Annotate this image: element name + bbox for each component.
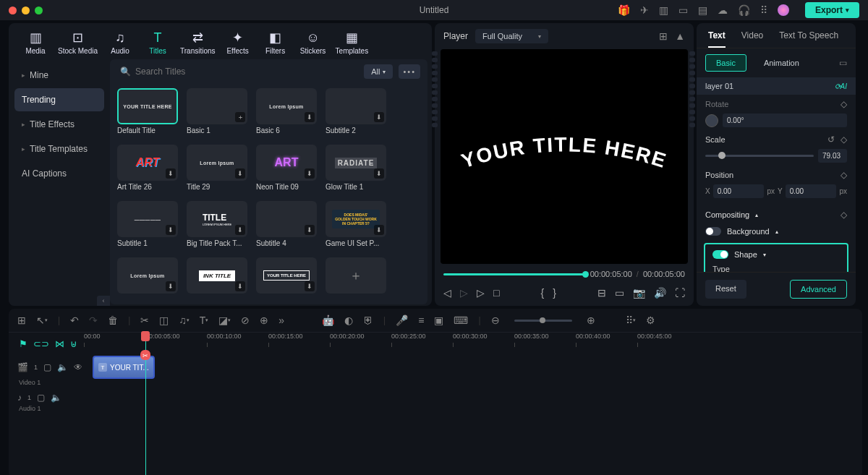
title-tile[interactable]: RADIATE⬇Glow Title 1 (326, 145, 389, 195)
ai-badge[interactable]: ⟳AI (835, 82, 847, 90)
download-icon[interactable]: ⬇ (235, 168, 245, 179)
shield-tool-icon[interactable]: ⛨ (363, 314, 373, 326)
zoom-in-icon[interactable]: ⊕ (587, 314, 595, 326)
rotate-value[interactable]: 0.00° (723, 114, 847, 127)
mixer-tool-icon[interactable]: ≡ (418, 314, 424, 326)
more-button[interactable]: ••• (399, 64, 420, 79)
mic-tool-icon[interactable]: 🎤 (396, 314, 408, 326)
download-icon[interactable]: ⬇ (166, 168, 176, 179)
background-section-header[interactable]: Background▴ (705, 227, 847, 236)
keyboard-tool-icon[interactable]: ⌨ (454, 314, 468, 326)
position-y-value[interactable]: 0.00 (786, 184, 837, 198)
title-tile[interactable]: INK TITLE⬇ (187, 257, 250, 300)
media-tab-effects[interactable]: ✦Effects (220, 29, 256, 56)
cloud-icon[interactable]: ☁ (718, 4, 728, 16)
keyframe-position-icon[interactable]: ◇ (841, 170, 847, 180)
mark-in-icon[interactable]: { (541, 287, 545, 299)
selection-tool-icon[interactable]: ⊞ (17, 314, 26, 326)
property-tab-text-to-speech[interactable]: Text To Speech (779, 30, 838, 48)
ratio-icon[interactable]: ▭ (615, 287, 624, 299)
download-icon[interactable]: ⬇ (374, 112, 384, 122)
audio-mute-icon[interactable]: 🔈 (51, 393, 61, 403)
property-tab-text[interactable]: Text (708, 30, 726, 48)
scale-value[interactable]: 79.03 (818, 149, 847, 163)
visibility-icon[interactable]: 👁 (74, 362, 82, 372)
title-tile[interactable]: ＋Basic 1 (187, 88, 250, 139)
video-track-icon[interactable]: 🎬 (17, 362, 28, 372)
play-backward-icon[interactable]: ▷ (460, 287, 468, 299)
title-tile[interactable]: TITLELOREM IPSUM HERE⬇Big Title Pack T..… (187, 201, 250, 252)
subtab-basic[interactable]: Basic (705, 54, 746, 72)
link-tool-icon[interactable]: ⊘ (241, 314, 250, 326)
marker-link-icon[interactable]: ⊂⊃ (33, 338, 49, 349)
settings-tool-icon[interactable]: ⚙ (646, 314, 655, 326)
volume-icon[interactable]: 🔊 (654, 287, 666, 299)
media-tab-audio[interactable]: ♫Audio (102, 29, 138, 56)
audio-insert-icon[interactable]: ▢ (37, 393, 45, 403)
position-x-value[interactable]: 0.00 (713, 184, 765, 198)
collapse-sidebar-button[interactable]: ‹ (97, 296, 110, 306)
color-tool-icon[interactable]: ◐ (344, 314, 353, 326)
shape-toggle[interactable] (712, 250, 728, 259)
keyframe-scale-icon[interactable]: ◇ (841, 134, 847, 145)
grid-view-icon[interactable]: ⊞ (659, 30, 668, 42)
sidebar-item-title-templates[interactable]: ▸Title Templates (14, 137, 104, 161)
undo-icon[interactable]: ↶ (70, 314, 79, 326)
audio-track-body[interactable] (93, 386, 854, 409)
crop-tool-icon[interactable]: ◫ (159, 314, 169, 326)
advanced-button[interactable]: Advanced (790, 280, 847, 299)
title-tile[interactable]: Lorem Ipsum⬇Basic 6 (256, 88, 320, 139)
download-icon[interactable]: ⬇ (374, 168, 384, 179)
title-tile[interactable]: Lorem Ipsum⬇Title 29 (187, 145, 250, 195)
scale-slider[interactable] (705, 155, 814, 157)
apps-icon[interactable]: ⠿ (760, 4, 767, 16)
prev-frame-icon[interactable]: ◁ (443, 287, 451, 299)
zoom-out-icon[interactable]: ⊖ (491, 314, 500, 326)
search-input[interactable] (135, 67, 265, 77)
add-title-button[interactable]: ＋ (326, 257, 386, 294)
audio-track-icon[interactable]: ♪ (17, 393, 22, 403)
video-track-body[interactable]: TYOUR TIT... (93, 351, 854, 383)
sidebar-item-trending[interactable]: Trending (14, 88, 104, 111)
export-button[interactable]: Export▾ (805, 2, 859, 18)
play-icon[interactable]: ▷ (477, 287, 485, 299)
background-toggle[interactable] (705, 227, 721, 236)
download-icon[interactable]: ⬇ (235, 281, 245, 291)
media-tab-templates[interactable]: ▦Templates (333, 29, 372, 56)
crop-icon[interactable]: ⊟ (597, 287, 606, 299)
sidebar-item-title-effects[interactable]: ▸Title Effects (14, 113, 104, 136)
media-tab-transitions[interactable]: ⇄Transitions (177, 29, 218, 56)
reset-button[interactable]: Reset (705, 280, 746, 299)
snapshot-icon[interactable]: ▲ (675, 30, 685, 42)
zoom-slider[interactable] (514, 320, 572, 322)
add-icon[interactable]: ＋ (235, 112, 245, 122)
stop-icon[interactable]: □ (493, 287, 499, 299)
download-icon[interactable]: ⬇ (374, 225, 384, 235)
text-tool-icon[interactable]: T▾ (200, 314, 209, 326)
media-tab-filters[interactable]: ◧Filters (258, 29, 294, 56)
keyframe-icon[interactable]: ◇ (841, 99, 847, 109)
title-tile[interactable]: ART⬇Neon Title 09 (256, 145, 320, 195)
download-icon[interactable]: ⬇ (305, 281, 315, 291)
camera-icon[interactable]: 📷 (633, 287, 645, 299)
media-tab-stock-media[interactable]: ⊡Stock Media (55, 29, 101, 56)
account-avatar[interactable] (778, 4, 789, 16)
download-icon[interactable]: ⬇ (305, 112, 315, 122)
save-icon[interactable]: ▤ (698, 4, 707, 16)
display-icon[interactable]: ▭ (678, 4, 688, 16)
reset-scale-icon[interactable]: ↺ (827, 134, 835, 145)
redo-icon[interactable]: ↷ (89, 314, 98, 326)
more-tools-icon[interactable]: » (278, 314, 284, 326)
cut-tool-icon[interactable]: ✂ (140, 314, 149, 326)
title-tile[interactable]: YOUR TITLE HERE⬇ (256, 257, 320, 300)
delete-icon[interactable]: 🗑 (108, 314, 118, 326)
media-tab-stickers[interactable]: ☺Stickers (295, 29, 331, 56)
speed-tool-icon[interactable]: ⊕ (260, 314, 268, 326)
library-icon[interactable]: ▥ (659, 4, 668, 16)
title-tile[interactable]: ⬇Subtitle 2 (326, 88, 389, 139)
cursor-tool-icon[interactable]: ↖▾ (36, 314, 48, 326)
filter-dropdown[interactable]: All▾ (364, 64, 393, 79)
send-icon[interactable]: ✈ (640, 4, 649, 16)
progress-bar[interactable] (443, 273, 586, 275)
marker-magnet-icon[interactable]: ⊎ (70, 338, 77, 349)
